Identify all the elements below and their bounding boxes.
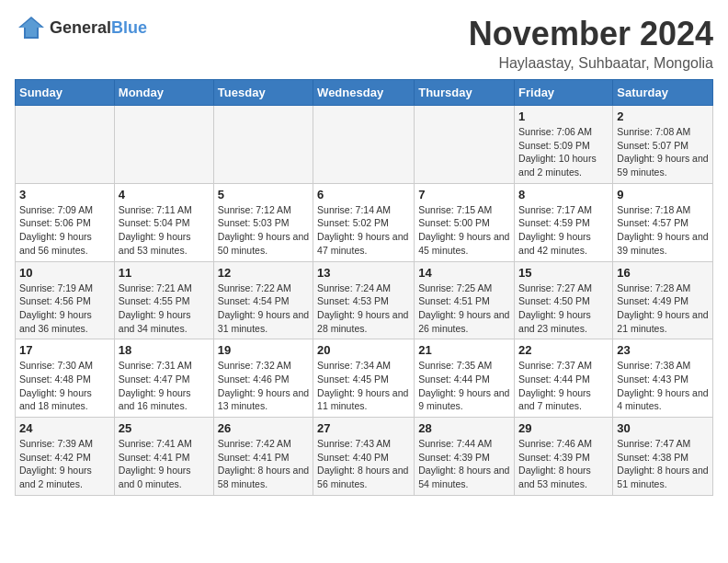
day-number: 23 xyxy=(617,343,709,357)
day-number: 3 xyxy=(19,188,110,201)
location-title: Haylaastay, Suhbaatar, Mongolia xyxy=(469,55,713,72)
table-row xyxy=(16,106,115,184)
day-detail: Sunrise: 7:35 AM Sunset: 4:44 PM Dayligh… xyxy=(418,359,510,413)
table-row: 18Sunrise: 7:31 AM Sunset: 4:47 PM Dayli… xyxy=(114,339,213,418)
table-row: 5Sunrise: 7:12 AM Sunset: 5:03 PM Daylig… xyxy=(213,183,313,261)
table-row: 21Sunrise: 7:35 AM Sunset: 4:44 PM Dayli… xyxy=(415,339,515,418)
day-number: 1 xyxy=(518,109,609,123)
day-detail: Sunrise: 7:21 AM Sunset: 4:55 PM Dayligh… xyxy=(119,282,210,336)
header-tuesday: Tuesday xyxy=(213,80,313,106)
day-detail: Sunrise: 7:31 AM Sunset: 4:47 PM Dayligh… xyxy=(119,359,210,413)
day-number: 30 xyxy=(617,421,709,435)
day-number: 27 xyxy=(317,421,410,435)
calendar-table: Sunday Monday Tuesday Wednesday Thursday… xyxy=(15,79,713,496)
table-row: 17Sunrise: 7:30 AM Sunset: 4:48 PM Dayli… xyxy=(16,339,115,418)
day-detail: Sunrise: 7:09 AM Sunset: 5:06 PM Dayligh… xyxy=(19,203,110,258)
weekday-header-row: Sunday Monday Tuesday Wednesday Thursday… xyxy=(16,80,713,106)
day-detail: Sunrise: 7:17 AM Sunset: 4:59 PM Dayligh… xyxy=(518,203,609,258)
day-number: 25 xyxy=(119,421,210,435)
table-row: 13Sunrise: 7:24 AM Sunset: 4:53 PM Dayli… xyxy=(313,261,415,339)
day-number: 9 xyxy=(617,188,709,201)
day-number: 15 xyxy=(518,266,609,280)
header-sunday: Sunday xyxy=(16,80,115,106)
calendar-week-row: 10Sunrise: 7:19 AM Sunset: 4:56 PM Dayli… xyxy=(16,261,713,339)
table-row xyxy=(415,106,515,184)
title-area: November 2024 Haylaastay, Suhbaatar, Mon… xyxy=(469,15,713,72)
table-row: 11Sunrise: 7:21 AM Sunset: 4:55 PM Dayli… xyxy=(114,261,213,339)
day-detail: Sunrise: 7:25 AM Sunset: 4:51 PM Dayligh… xyxy=(418,282,510,336)
day-number: 16 xyxy=(617,266,709,280)
table-row: 22Sunrise: 7:37 AM Sunset: 4:44 PM Dayli… xyxy=(515,339,613,418)
day-detail: Sunrise: 7:44 AM Sunset: 4:39 PM Dayligh… xyxy=(418,437,510,491)
table-row: 30Sunrise: 7:47 AM Sunset: 4:38 PM Dayli… xyxy=(613,418,713,496)
calendar-week-row: 3Sunrise: 7:09 AM Sunset: 5:06 PM Daylig… xyxy=(16,183,713,261)
day-number: 12 xyxy=(218,266,309,280)
day-detail: Sunrise: 7:22 AM Sunset: 4:54 PM Dayligh… xyxy=(218,282,309,336)
day-detail: Sunrise: 7:24 AM Sunset: 4:53 PM Dayligh… xyxy=(317,282,410,336)
day-detail: Sunrise: 7:08 AM Sunset: 5:07 PM Dayligh… xyxy=(617,125,709,179)
day-detail: Sunrise: 7:43 AM Sunset: 4:40 PM Dayligh… xyxy=(317,437,410,491)
day-detail: Sunrise: 7:39 AM Sunset: 4:42 PM Dayligh… xyxy=(19,437,110,491)
day-number: 28 xyxy=(418,421,510,435)
day-detail: Sunrise: 7:38 AM Sunset: 4:43 PM Dayligh… xyxy=(617,359,709,413)
day-number: 17 xyxy=(19,343,110,357)
table-row: 10Sunrise: 7:19 AM Sunset: 4:56 PM Dayli… xyxy=(16,261,115,339)
day-number: 11 xyxy=(119,266,210,280)
table-row: 4Sunrise: 7:11 AM Sunset: 5:04 PM Daylig… xyxy=(114,183,213,261)
day-number: 10 xyxy=(19,266,110,280)
day-detail: Sunrise: 7:42 AM Sunset: 4:41 PM Dayligh… xyxy=(218,437,309,491)
table-row: 23Sunrise: 7:38 AM Sunset: 4:43 PM Dayli… xyxy=(613,339,713,418)
table-row: 1Sunrise: 7:06 AM Sunset: 5:09 PM Daylig… xyxy=(515,106,613,184)
day-detail: Sunrise: 7:14 AM Sunset: 5:02 PM Dayligh… xyxy=(317,203,410,258)
table-row: 15Sunrise: 7:27 AM Sunset: 4:50 PM Dayli… xyxy=(515,261,613,339)
day-detail: Sunrise: 7:41 AM Sunset: 4:41 PM Dayligh… xyxy=(119,437,210,491)
table-row xyxy=(114,106,213,184)
day-number: 19 xyxy=(218,343,309,357)
day-number: 5 xyxy=(218,188,309,201)
day-detail: Sunrise: 7:11 AM Sunset: 5:04 PM Dayligh… xyxy=(119,203,210,258)
table-row: 6Sunrise: 7:14 AM Sunset: 5:02 PM Daylig… xyxy=(313,183,415,261)
logo: GeneralBlue xyxy=(15,15,147,40)
day-number: 21 xyxy=(418,343,510,357)
calendar-week-row: 17Sunrise: 7:30 AM Sunset: 4:48 PM Dayli… xyxy=(16,339,713,418)
header-saturday: Saturday xyxy=(613,80,713,106)
table-row: 8Sunrise: 7:17 AM Sunset: 4:59 PM Daylig… xyxy=(515,183,613,261)
day-number: 8 xyxy=(518,188,609,201)
day-detail: Sunrise: 7:32 AM Sunset: 4:46 PM Dayligh… xyxy=(218,359,309,413)
header-wednesday: Wednesday xyxy=(313,80,415,106)
day-number: 24 xyxy=(19,421,110,435)
table-row: 7Sunrise: 7:15 AM Sunset: 5:00 PM Daylig… xyxy=(415,183,515,261)
day-number: 7 xyxy=(418,188,510,201)
day-detail: Sunrise: 7:27 AM Sunset: 4:50 PM Dayligh… xyxy=(518,282,609,336)
table-row: 9Sunrise: 7:18 AM Sunset: 4:57 PM Daylig… xyxy=(613,183,713,261)
day-number: 2 xyxy=(617,109,709,123)
table-row: 12Sunrise: 7:22 AM Sunset: 4:54 PM Dayli… xyxy=(213,261,313,339)
day-detail: Sunrise: 7:30 AM Sunset: 4:48 PM Dayligh… xyxy=(19,359,110,413)
day-detail: Sunrise: 7:47 AM Sunset: 4:38 PM Dayligh… xyxy=(617,437,709,491)
table-row: 29Sunrise: 7:46 AM Sunset: 4:39 PM Dayli… xyxy=(515,418,613,496)
svg-marker-1 xyxy=(20,18,42,37)
day-number: 6 xyxy=(317,188,410,201)
day-detail: Sunrise: 7:12 AM Sunset: 5:03 PM Dayligh… xyxy=(218,203,309,258)
header-thursday: Thursday xyxy=(415,80,515,106)
table-row: 14Sunrise: 7:25 AM Sunset: 4:51 PM Dayli… xyxy=(415,261,515,339)
day-number: 20 xyxy=(317,343,410,357)
logo-icon xyxy=(17,15,46,40)
day-number: 14 xyxy=(418,266,510,280)
table-row: 27Sunrise: 7:43 AM Sunset: 4:40 PM Dayli… xyxy=(313,418,415,496)
header-friday: Friday xyxy=(515,80,613,106)
table-row: 20Sunrise: 7:34 AM Sunset: 4:45 PM Dayli… xyxy=(313,339,415,418)
table-row: 26Sunrise: 7:42 AM Sunset: 4:41 PM Dayli… xyxy=(213,418,313,496)
table-row: 3Sunrise: 7:09 AM Sunset: 5:06 PM Daylig… xyxy=(16,183,115,261)
table-row: 16Sunrise: 7:28 AM Sunset: 4:49 PM Dayli… xyxy=(613,261,713,339)
logo-general: GeneralBlue xyxy=(50,18,147,38)
table-row: 19Sunrise: 7:32 AM Sunset: 4:46 PM Dayli… xyxy=(213,339,313,418)
day-number: 22 xyxy=(518,343,609,357)
day-detail: Sunrise: 7:46 AM Sunset: 4:39 PM Dayligh… xyxy=(518,437,609,491)
table-row xyxy=(313,106,415,184)
table-row xyxy=(213,106,313,184)
day-detail: Sunrise: 7:19 AM Sunset: 4:56 PM Dayligh… xyxy=(19,282,110,336)
header-monday: Monday xyxy=(114,80,213,106)
table-row: 25Sunrise: 7:41 AM Sunset: 4:41 PM Dayli… xyxy=(114,418,213,496)
table-row: 28Sunrise: 7:44 AM Sunset: 4:39 PM Dayli… xyxy=(415,418,515,496)
